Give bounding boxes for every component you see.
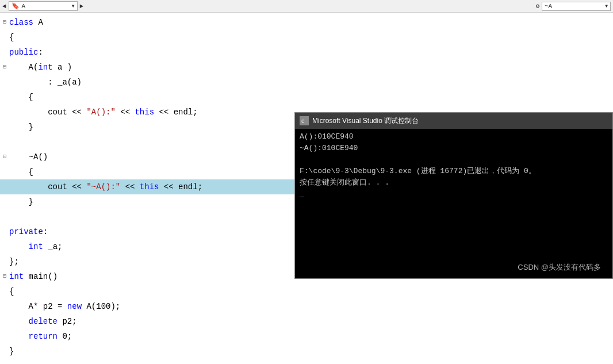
code-content-13: }	[9, 194, 33, 209]
toolbar: ◄ 🔖 A ▼ ► ⚙ ~A ▼	[0, 0, 613, 13]
tab-dropdown-left[interactable]: 🔖 A ▼	[9, 1, 78, 11]
code-content-17: };	[9, 254, 19, 269]
collapse-btn-4[interactable]: ⊟	[0, 60, 9, 75]
code-line-5: : _a(a)	[0, 75, 613, 90]
code-content-12: cout << "~A():" << this << endl;	[9, 179, 202, 194]
code-content-2: {	[9, 30, 14, 45]
console-line: A():010CE940	[300, 131, 608, 143]
code-content-10: ~A()	[9, 150, 48, 164]
tab-icon: 🔖	[12, 2, 20, 10]
code-line-6: {	[0, 90, 613, 105]
code-content-21: delete p2;	[9, 314, 77, 329]
console-window: C Microsoft Visual Studio 调试控制台 A():010C…	[294, 112, 613, 279]
console-line: F:\code\9-3\Debug\9-3.exe (进程 16772)已退出，…	[300, 166, 608, 177]
tab-label: A	[22, 3, 26, 10]
code-content-3: public:	[9, 45, 43, 60]
code-line-3: public:	[0, 45, 613, 60]
console-body: A():010CE940~A():010CE940 F:\code\9-3\De…	[295, 129, 612, 278]
code-content-18: int main()	[9, 269, 58, 284]
console-line	[300, 154, 608, 166]
code-content-16: int _a;	[9, 239, 62, 254]
code-content-6: {	[9, 90, 33, 105]
collapse-btn-18[interactable]: ⊟	[0, 269, 9, 284]
code-content-20: A* p2 = new A(100);	[9, 299, 120, 314]
toolbar-left-arrow[interactable]: ◄	[2, 3, 6, 10]
console-title: Microsoft Visual Studio 调试控制台	[312, 116, 419, 126]
toolbar-right-arrow[interactable]: ►	[80, 3, 84, 10]
code-line-20: A* p2 = new A(100);	[0, 299, 613, 314]
code-content-7: cout << "A():" << this << endl;	[9, 105, 198, 120]
collapse-btn-10[interactable]: ⊟	[0, 150, 9, 164]
code-content-23: }	[9, 344, 14, 359]
code-line-4: ⊟ A(int a )	[0, 60, 613, 75]
console-line: _	[300, 189, 608, 200]
collapse-btn-1[interactable]: ⊟	[0, 15, 9, 30]
code-content-15: private:	[9, 224, 48, 239]
tab-right-label: ~A	[545, 3, 552, 10]
code-content-9	[9, 135, 14, 150]
code-line-22: return 0;	[0, 329, 613, 344]
csdn-watermark: CSDN @头发没有代码多	[518, 262, 601, 273]
code-content-1: class A	[9, 15, 43, 30]
code-content-14	[9, 209, 14, 224]
tab-dropdown-right[interactable]: ~A ▼	[542, 2, 611, 11]
code-line-21: delete p2;	[0, 314, 613, 329]
code-content-11: {	[9, 164, 33, 179]
console-line: ~A():010CE940	[300, 143, 608, 154]
console-titlebar: C Microsoft Visual Studio 调试控制台	[295, 113, 612, 129]
settings-icon[interactable]: ⚙	[535, 2, 539, 10]
code-line-23: }	[0, 344, 613, 359]
console-app-icon: C	[300, 116, 309, 125]
code-line-1: ⊟class A	[0, 15, 613, 30]
console-line: 按任意键关闭此窗口. . .	[300, 177, 608, 189]
code-content-8: }	[9, 120, 33, 135]
svg-text:C: C	[301, 119, 305, 124]
dropdown-right-arrow-icon: ▼	[605, 3, 608, 9]
main-content: ⊟class A{public:⊟ A(int a ) : _a(a) { co…	[0, 13, 613, 364]
code-content-22: return 0;	[9, 329, 72, 344]
code-content-4: A(int a )	[9, 60, 72, 75]
code-line-2: {	[0, 30, 613, 45]
dropdown-arrow-icon: ▼	[72, 3, 75, 9]
code-content-19: {	[9, 284, 14, 299]
code-content-5: : _a(a)	[9, 75, 82, 90]
code-line-19: {	[0, 284, 613, 299]
